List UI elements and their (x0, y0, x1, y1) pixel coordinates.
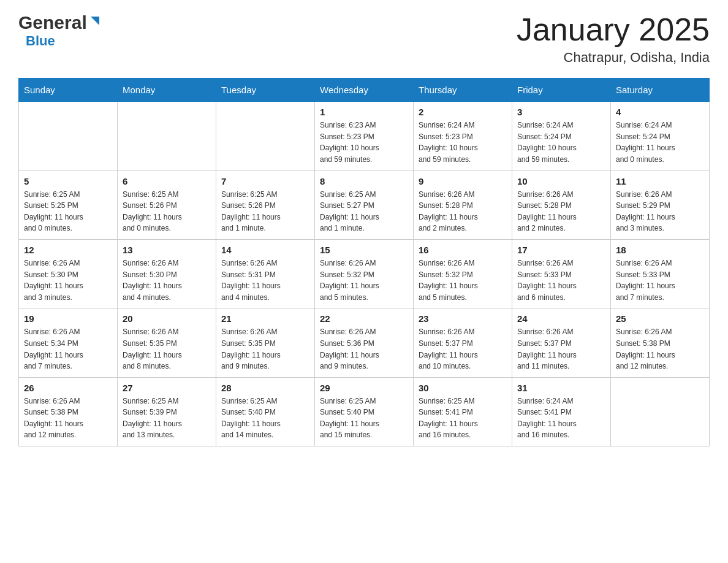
day-number: 9 (419, 176, 507, 186)
calendar-cell: 10Sunrise: 6:26 AM Sunset: 5:28 PM Dayli… (512, 170, 611, 239)
day-number: 14 (221, 245, 309, 255)
day-number: 21 (221, 313, 309, 324)
day-number: 22 (320, 313, 408, 324)
calendar-cell: 24Sunrise: 6:26 AM Sunset: 5:37 PM Dayli… (512, 308, 611, 377)
calendar-table: SundayMondayTuesdayWednesdayThursdayFrid… (18, 78, 710, 446)
day-of-week-header: Wednesday (315, 79, 414, 102)
day-info: Sunrise: 6:26 AM Sunset: 5:30 PM Dayligh… (123, 258, 211, 303)
logo-arrow-icon (88, 14, 102, 30)
day-number: 17 (517, 245, 605, 255)
calendar-week-row: 1Sunrise: 6:23 AM Sunset: 5:23 PM Daylig… (19, 102, 710, 170)
day-info: Sunrise: 6:26 AM Sunset: 5:38 PM Dayligh… (24, 396, 112, 441)
day-number: 5 (24, 176, 112, 186)
day-info: Sunrise: 6:26 AM Sunset: 5:33 PM Dayligh… (517, 258, 605, 303)
day-info: Sunrise: 6:23 AM Sunset: 5:23 PM Dayligh… (320, 120, 408, 165)
calendar-header-row: SundayMondayTuesdayWednesdayThursdayFrid… (19, 79, 710, 102)
day-info: Sunrise: 6:26 AM Sunset: 5:33 PM Dayligh… (616, 258, 704, 303)
day-number: 15 (320, 245, 408, 255)
calendar-cell: 29Sunrise: 6:25 AM Sunset: 5:40 PM Dayli… (315, 377, 414, 446)
calendar-week-row: 19Sunrise: 6:26 AM Sunset: 5:34 PM Dayli… (19, 308, 710, 377)
day-info: Sunrise: 6:25 AM Sunset: 5:40 PM Dayligh… (320, 396, 408, 441)
calendar-cell: 1Sunrise: 6:23 AM Sunset: 5:23 PM Daylig… (315, 102, 414, 170)
day-info: Sunrise: 6:26 AM Sunset: 5:37 PM Dayligh… (419, 326, 507, 372)
calendar-cell: 31Sunrise: 6:24 AM Sunset: 5:41 PM Dayli… (512, 377, 611, 446)
logo-general-text: General (18, 12, 87, 33)
calendar-cell: 30Sunrise: 6:25 AM Sunset: 5:41 PM Dayli… (414, 377, 512, 446)
day-number: 11 (616, 176, 704, 186)
calendar-cell: 25Sunrise: 6:26 AM Sunset: 5:38 PM Dayli… (611, 308, 710, 377)
day-of-week-header: Monday (118, 79, 216, 102)
calendar-cell: 7Sunrise: 6:25 AM Sunset: 5:26 PM Daylig… (216, 170, 315, 239)
day-info: Sunrise: 6:24 AM Sunset: 5:24 PM Dayligh… (517, 120, 605, 165)
calendar-cell: 23Sunrise: 6:26 AM Sunset: 5:37 PM Dayli… (414, 308, 512, 377)
day-number: 12 (24, 245, 112, 255)
day-info: Sunrise: 6:25 AM Sunset: 5:40 PM Dayligh… (221, 396, 309, 441)
day-number: 28 (221, 383, 309, 393)
calendar-cell: 8Sunrise: 6:25 AM Sunset: 5:27 PM Daylig… (315, 170, 414, 239)
day-info: Sunrise: 6:26 AM Sunset: 5:31 PM Dayligh… (221, 258, 309, 303)
calendar-cell: 4Sunrise: 6:24 AM Sunset: 5:24 PM Daylig… (611, 102, 710, 170)
day-number: 6 (123, 176, 211, 186)
calendar-cell: 13Sunrise: 6:26 AM Sunset: 5:30 PM Dayli… (118, 239, 216, 308)
calendar-cell: 12Sunrise: 6:26 AM Sunset: 5:30 PM Dayli… (19, 239, 118, 308)
calendar-cell: 17Sunrise: 6:26 AM Sunset: 5:33 PM Dayli… (512, 239, 611, 308)
calendar-cell: 9Sunrise: 6:26 AM Sunset: 5:28 PM Daylig… (414, 170, 512, 239)
day-info: Sunrise: 6:26 AM Sunset: 5:35 PM Dayligh… (123, 326, 211, 372)
day-info: Sunrise: 6:25 AM Sunset: 5:39 PM Dayligh… (123, 396, 211, 441)
day-info: Sunrise: 6:26 AM Sunset: 5:32 PM Dayligh… (320, 258, 408, 303)
day-info: Sunrise: 6:26 AM Sunset: 5:38 PM Dayligh… (616, 326, 704, 372)
day-info: Sunrise: 6:26 AM Sunset: 5:28 PM Dayligh… (517, 189, 605, 234)
day-number: 19 (24, 313, 112, 324)
day-number: 7 (221, 176, 309, 186)
day-info: Sunrise: 6:26 AM Sunset: 5:37 PM Dayligh… (517, 326, 605, 372)
calendar-cell: 15Sunrise: 6:26 AM Sunset: 5:32 PM Dayli… (315, 239, 414, 308)
calendar-cell: 20Sunrise: 6:26 AM Sunset: 5:35 PM Dayli… (118, 308, 216, 377)
page-header: General Blue January 2025 Chatrapur, Odi… (18, 12, 710, 66)
day-number: 13 (123, 245, 211, 255)
calendar-cell: 26Sunrise: 6:26 AM Sunset: 5:38 PM Dayli… (19, 377, 118, 446)
calendar-cell: 22Sunrise: 6:26 AM Sunset: 5:36 PM Dayli… (315, 308, 414, 377)
day-number: 8 (320, 176, 408, 186)
day-number: 18 (616, 245, 704, 255)
day-of-week-header: Saturday (611, 79, 710, 102)
calendar-cell: 16Sunrise: 6:26 AM Sunset: 5:32 PM Dayli… (414, 239, 512, 308)
calendar-cell (611, 377, 710, 446)
day-info: Sunrise: 6:26 AM Sunset: 5:34 PM Dayligh… (24, 326, 112, 372)
day-info: Sunrise: 6:24 AM Sunset: 5:41 PM Dayligh… (517, 396, 605, 441)
day-number: 29 (320, 383, 408, 393)
day-number: 16 (419, 245, 507, 255)
logo-blue-text: Blue (26, 33, 55, 49)
day-info: Sunrise: 6:24 AM Sunset: 5:23 PM Dayligh… (419, 120, 507, 165)
day-info: Sunrise: 6:25 AM Sunset: 5:26 PM Dayligh… (221, 189, 309, 234)
day-of-week-header: Sunday (19, 79, 118, 102)
calendar-cell: 2Sunrise: 6:24 AM Sunset: 5:23 PM Daylig… (414, 102, 512, 170)
day-of-week-header: Friday (512, 79, 611, 102)
day-of-week-header: Tuesday (216, 79, 315, 102)
calendar-week-row: 12Sunrise: 6:26 AM Sunset: 5:30 PM Dayli… (19, 239, 710, 308)
day-info: Sunrise: 6:25 AM Sunset: 5:26 PM Dayligh… (123, 189, 211, 234)
day-number: 26 (24, 383, 112, 393)
day-number: 30 (419, 383, 507, 393)
day-number: 24 (517, 313, 605, 324)
day-number: 20 (123, 313, 211, 324)
svg-marker-0 (91, 17, 99, 25)
sub-title: Chatrapur, Odisha, India (517, 50, 710, 66)
day-info: Sunrise: 6:26 AM Sunset: 5:32 PM Dayligh… (419, 258, 507, 303)
calendar-cell: 18Sunrise: 6:26 AM Sunset: 5:33 PM Dayli… (611, 239, 710, 308)
day-number: 10 (517, 176, 605, 186)
calendar-cell (19, 102, 118, 170)
day-info: Sunrise: 6:26 AM Sunset: 5:29 PM Dayligh… (616, 189, 704, 234)
calendar-cell: 14Sunrise: 6:26 AM Sunset: 5:31 PM Dayli… (216, 239, 315, 308)
logo: General Blue (18, 12, 102, 49)
day-number: 27 (123, 383, 211, 393)
day-info: Sunrise: 6:26 AM Sunset: 5:36 PM Dayligh… (320, 326, 408, 372)
day-info: Sunrise: 6:25 AM Sunset: 5:41 PM Dayligh… (419, 396, 507, 441)
day-number: 3 (517, 107, 605, 117)
calendar-week-row: 5Sunrise: 6:25 AM Sunset: 5:25 PM Daylig… (19, 170, 710, 239)
calendar-cell (216, 102, 315, 170)
day-info: Sunrise: 6:26 AM Sunset: 5:30 PM Dayligh… (24, 258, 112, 303)
calendar-week-row: 26Sunrise: 6:26 AM Sunset: 5:38 PM Dayli… (19, 377, 710, 446)
calendar-cell: 28Sunrise: 6:25 AM Sunset: 5:40 PM Dayli… (216, 377, 315, 446)
calendar-cell: 27Sunrise: 6:25 AM Sunset: 5:39 PM Dayli… (118, 377, 216, 446)
calendar-cell: 21Sunrise: 6:26 AM Sunset: 5:35 PM Dayli… (216, 308, 315, 377)
